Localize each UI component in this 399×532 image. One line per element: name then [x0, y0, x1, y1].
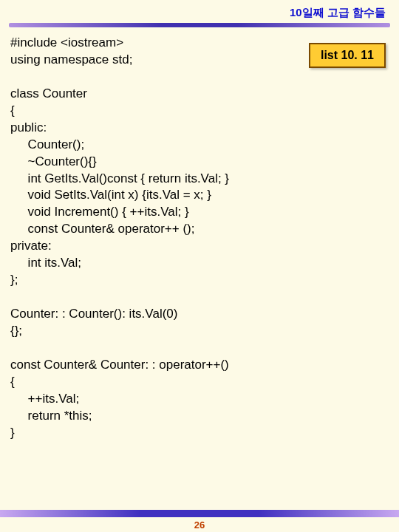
- page-number: 26: [0, 519, 399, 531]
- footer-divider: [0, 510, 399, 517]
- code-listing: #include <iostream> using namespace std;…: [10, 35, 389, 442]
- header-divider: [9, 23, 390, 27]
- slide-chapter-title: 10일째 고급 함수들: [0, 0, 399, 23]
- main-content: #include <iostream> using namespace std;…: [0, 30, 399, 442]
